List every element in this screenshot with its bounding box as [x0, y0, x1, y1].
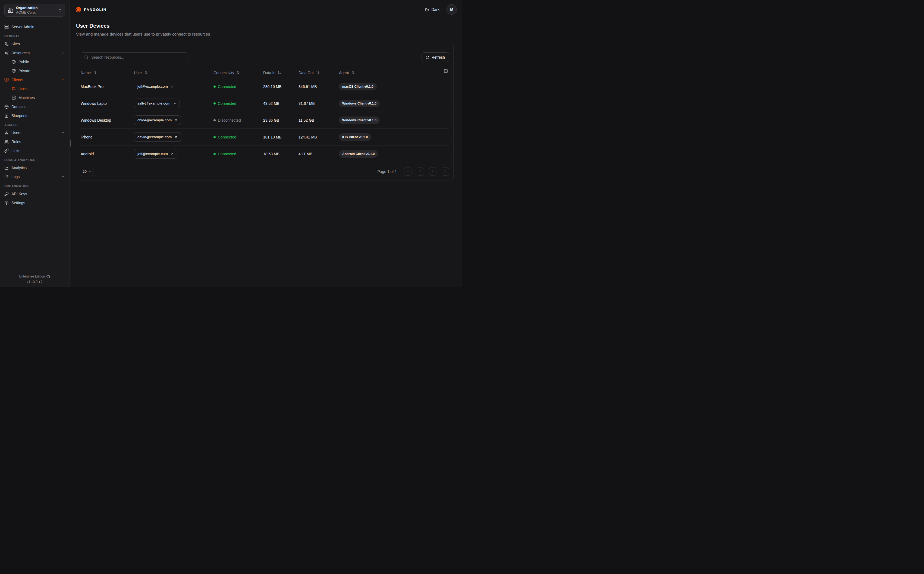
user-avatar[interactable]: M [446, 4, 457, 15]
github-icon[interactable] [46, 275, 50, 278]
chevron-down-icon[interactable] [61, 131, 65, 135]
sidebar-scrollbar-thumb[interactable] [70, 140, 71, 147]
agent-badge: macOS Client v0.1.0 [339, 83, 377, 90]
sidebar-item-access-users[interactable]: Users [4, 129, 65, 136]
data-out-value: 4.11 MB [298, 152, 339, 156]
sort-icon [144, 71, 148, 74]
pager: Page 1 of 1 [377, 167, 449, 176]
sort-icon [351, 71, 355, 74]
pangolin-logo-icon [75, 6, 82, 13]
sidebar-item-label: Sites [11, 42, 20, 46]
sidebar-item-label: Machines [19, 96, 35, 99]
data-out-value: 124.41 MB [298, 135, 339, 139]
user-link-button[interactable]: jeff@example.com [134, 82, 177, 91]
table-row: Android jeff@example.com Connected 18.63… [80, 145, 449, 162]
data-in-value: 280.10 MB [263, 84, 298, 89]
sidebar-item-settings[interactable]: Settings [4, 199, 65, 207]
status-dot [213, 85, 216, 88]
resources-subgroup: Public Private [6, 58, 65, 74]
table-row: iPhone david@example.com Connected 181.1… [80, 129, 449, 145]
device-name: Android [80, 152, 134, 156]
search-input[interactable] [91, 55, 184, 60]
column-header-agent[interactable]: Agent [339, 71, 449, 75]
user-link-button[interactable]: sally@example.com [134, 99, 180, 108]
status-dot [213, 153, 216, 155]
user-email: jeff@example.com [137, 84, 168, 88]
column-header-data-in[interactable]: Data In [263, 71, 298, 75]
column-header-label: User [134, 71, 142, 75]
gear-icon [4, 201, 9, 205]
logs-icon [4, 175, 9, 179]
search-box [80, 52, 188, 62]
sidebar-item-client-users[interactable]: Users [12, 85, 65, 92]
user-email: chloe@example.com [137, 118, 172, 122]
status-dot [213, 136, 216, 138]
receipt-icon [4, 114, 9, 118]
connectivity-status: Connected [213, 152, 263, 156]
user-link-button[interactable]: david@example.com [134, 132, 181, 142]
sidebar-item-logs[interactable]: Logs [4, 173, 65, 180]
sidebar-item-resources[interactable]: Resources [4, 49, 65, 57]
page-size-select[interactable]: 20 [80, 167, 93, 176]
column-header-connectivity[interactable]: Connectivity [213, 71, 263, 75]
sidebar-item-clients[interactable]: Clients [4, 76, 65, 84]
sidebar-item-blueprints[interactable]: Blueprints [4, 112, 65, 119]
columns-toggle-button[interactable] [443, 68, 448, 74]
chevrons-up-down-icon [58, 8, 62, 12]
sidebar-item-sites[interactable]: Sites [4, 40, 65, 47]
first-page-button[interactable] [404, 167, 412, 176]
page-content: User Devices View and manage devices tha… [69, 19, 462, 181]
user-email: sally@example.com [137, 101, 170, 106]
app-window: Organization ACME Corp. Server Admin GEN… [0, 0, 462, 287]
data-out-value: 11.52 GB [298, 118, 339, 123]
next-page-button[interactable] [429, 167, 437, 176]
section-header-general: GENERAL [4, 35, 65, 38]
user-link-button[interactable]: chloe@example.com [134, 115, 181, 125]
org-selector-value: ACME Corp. [16, 10, 55, 15]
sidebar-item-machines[interactable]: Machines [12, 94, 65, 101]
sidebar-item-label: Users [19, 87, 28, 91]
column-header-data-out[interactable]: Data Out [298, 71, 339, 75]
column-header-user[interactable]: User [134, 71, 213, 75]
link-icon [4, 148, 9, 153]
avatar-initial: M [450, 7, 453, 12]
globe-icon [4, 104, 9, 109]
sidebar-item-roles[interactable]: Roles [4, 138, 65, 145]
sidebar-item-analytics[interactable]: Analytics [4, 164, 65, 171]
data-in-value: 43.52 MB [263, 101, 298, 106]
sidebar-footer: Enterprise Edition v1.13.0 [0, 273, 69, 284]
edition-label: Enterprise Edition [19, 274, 45, 278]
user-link-button[interactable]: jeff@example.com [134, 149, 177, 159]
version-label: v1.13.0 [27, 280, 38, 284]
previous-page-button[interactable] [417, 167, 424, 176]
theme-toggle-button[interactable]: Dark [423, 7, 441, 12]
column-header-name[interactable]: Name [80, 71, 134, 75]
laptop-icon [12, 87, 16, 91]
sidebar-item-label: Server Admin [11, 25, 34, 29]
sidebar-item-links[interactable]: Links [4, 147, 65, 154]
server-icon [12, 96, 16, 99]
sidebar-item-private[interactable]: Private [12, 67, 65, 74]
page-subtitle: View and manage devices that users use t… [76, 32, 456, 36]
sidebar-item-api-keys[interactable]: API Keys [4, 190, 65, 197]
org-selector[interactable]: Organization ACME Corp. [4, 4, 65, 17]
sidebar-item-domains[interactable]: Domains [4, 103, 65, 110]
sidebar-item-public[interactable]: Public [12, 58, 65, 65]
sidebar: Organization ACME Corp. Server Admin GEN… [0, 0, 69, 287]
external-link-icon[interactable] [39, 280, 43, 284]
last-page-button[interactable] [442, 167, 449, 176]
arrow-up-right-icon [174, 136, 178, 139]
sort-icon [236, 71, 240, 74]
chevron-up-icon[interactable] [61, 51, 65, 55]
data-in-value: 18.63 MB [263, 152, 298, 156]
sidebar-item-server-admin[interactable]: Server Admin [4, 23, 65, 30]
chevron-left-icon [419, 170, 422, 173]
sidebar-item-label: Logs [11, 175, 20, 179]
brand[interactable]: PANGOLIN [75, 6, 106, 13]
server-icon [4, 25, 9, 29]
refresh-button[interactable]: Refresh [421, 52, 449, 62]
connectivity-status: Connected [213, 135, 263, 139]
chevron-down-icon[interactable] [61, 175, 65, 179]
data-in-value: 23.36 GB [263, 118, 298, 123]
chevron-up-icon[interactable] [61, 78, 65, 82]
